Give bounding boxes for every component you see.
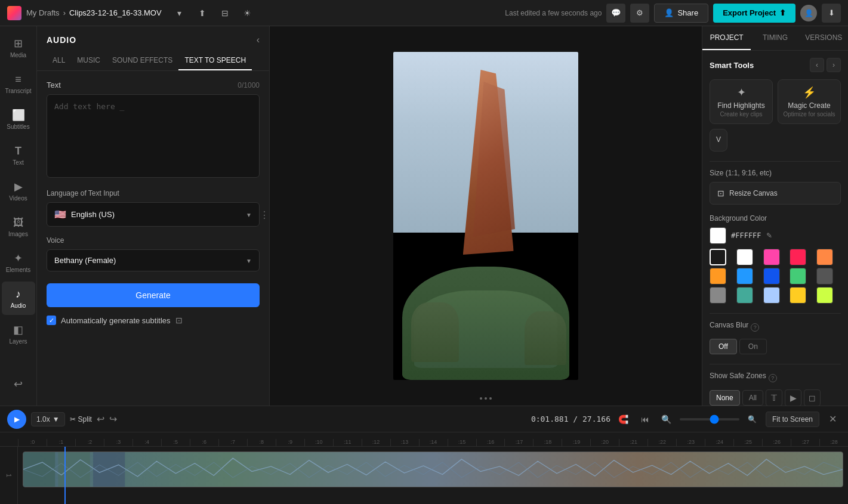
swatch-green-light[interactable] bbox=[790, 268, 806, 285]
breadcrumb-separator: › bbox=[63, 8, 66, 17]
magic-create-title: Magic Create bbox=[783, 101, 835, 110]
share-upload-icon[interactable]: ⬆ bbox=[194, 5, 211, 21]
smart-tools-prev-btn[interactable]: ‹ bbox=[810, 58, 824, 72]
magic-create-card[interactable]: ⚡ Magic Create Optimize for socials bbox=[778, 79, 841, 124]
swatch-yellow-green[interactable] bbox=[816, 287, 833, 304]
close-timeline-btn[interactable]: ✕ bbox=[824, 411, 841, 428]
text-field-label: Text bbox=[47, 81, 61, 89]
swatch-blue-pale[interactable] bbox=[763, 287, 780, 304]
sidebar-item-videos[interactable]: ▶ Videos bbox=[2, 174, 35, 208]
topbar: My Drafts › Clips23-12-16_16-33.MOV ▾ ⬆ … bbox=[0, 0, 848, 26]
safe-zone-all[interactable]: All bbox=[742, 390, 763, 406]
tab-all[interactable]: ALL bbox=[47, 51, 71, 70]
tab-versions[interactable]: VERSIONS bbox=[800, 26, 848, 50]
redo-button[interactable]: ↪ bbox=[109, 413, 117, 425]
swatch-orange[interactable] bbox=[710, 268, 726, 285]
sidebar-label-elements: Elements bbox=[6, 267, 31, 273]
swatch-blue-light[interactable] bbox=[736, 268, 753, 285]
swatch-dark-gray[interactable] bbox=[816, 268, 833, 285]
v-card[interactable]: V bbox=[710, 129, 727, 151]
language-value: English (US) bbox=[71, 210, 115, 219]
svg-rect-12 bbox=[58, 452, 90, 487]
swatch-teal[interactable] bbox=[736, 287, 753, 304]
find-highlights-card[interactable]: ✦ Find Highlights Create key clips bbox=[710, 79, 773, 124]
storyboard-icon[interactable]: ⊟ bbox=[217, 5, 233, 21]
language-options-menu[interactable]: ⋮ bbox=[260, 209, 269, 220]
smart-tools-next-btn[interactable]: › bbox=[827, 58, 841, 72]
zoom-slider[interactable] bbox=[680, 418, 739, 420]
brightness-icon[interactable]: ☀ bbox=[239, 5, 256, 21]
track-content[interactable] bbox=[18, 447, 848, 504]
sidebar-item-layers[interactable]: ◧ Layers bbox=[2, 317, 35, 351]
swatch-gray[interactable] bbox=[710, 287, 726, 304]
ruler-mark: :15 bbox=[448, 439, 476, 446]
color-edit-icon[interactable]: ✎ bbox=[766, 231, 772, 240]
split-button[interactable]: ✂ Split bbox=[70, 415, 92, 423]
swatch-yellow[interactable] bbox=[790, 287, 806, 304]
swatch-pink[interactable] bbox=[763, 249, 780, 265]
fit-screen-button[interactable]: Fit to Screen bbox=[766, 412, 819, 427]
sidebar-item-audio[interactable]: ♪ Audio bbox=[2, 282, 35, 315]
safe-zone-youtube-icon[interactable]: ▶ bbox=[785, 389, 801, 406]
breadcrumb: My Drafts › Clips23-12-16_16-33.MOV bbox=[26, 8, 162, 17]
tab-sound-effects[interactable]: SOUND EFFECTS bbox=[106, 51, 178, 70]
swatch-blue[interactable] bbox=[763, 268, 780, 285]
sidebar-item-text[interactable]: T Text bbox=[2, 138, 35, 172]
current-color-swatch[interactable] bbox=[710, 227, 726, 244]
play-button[interactable]: ▶ bbox=[7, 410, 26, 429]
sidebar-label-transcript: Transcript bbox=[5, 88, 31, 94]
swatch-orange-light[interactable] bbox=[816, 249, 833, 265]
safe-zone-tiktok-icon[interactable]: 𝕋 bbox=[766, 389, 782, 406]
color-swatches-grid bbox=[710, 249, 841, 304]
resize-canvas-button[interactable]: ⊡ Resize Canvas bbox=[710, 182, 841, 205]
generate-button[interactable]: Generate bbox=[47, 283, 260, 307]
sidebar-item-media[interactable]: ⊞ Media bbox=[2, 31, 35, 64]
topbar-icons: ▾ ⬆ ⊟ ☀ bbox=[171, 5, 256, 21]
skip-start-btn[interactable]: ⏮ bbox=[637, 411, 653, 428]
clip-strip[interactable] bbox=[23, 452, 843, 487]
sidebar-label-images: Images bbox=[8, 231, 28, 237]
settings-btn[interactable]: ⚙ bbox=[630, 4, 649, 23]
magnet-btn[interactable]: 🧲 bbox=[615, 411, 632, 428]
smart-tools-title: Smart Tools bbox=[710, 61, 754, 70]
sidebar-item-undo[interactable]: ↩ bbox=[2, 367, 35, 401]
zoom-in-btn[interactable]: 🔍 bbox=[744, 411, 761, 428]
sidebar-label-videos: Videos bbox=[9, 195, 27, 202]
speed-button[interactable]: 1.0x ▼ bbox=[31, 412, 65, 426]
timeline-tools: 🧲 ⏮ 🔍 🔍 Fit to Screen ✕ bbox=[615, 411, 841, 428]
panel-close-btn[interactable]: ‹ bbox=[257, 35, 260, 45]
undo-button[interactable]: ↩ bbox=[97, 413, 104, 425]
sidebar-item-images[interactable]: 🖼 Images bbox=[2, 210, 35, 243]
dropdown-icon[interactable]: ▾ bbox=[171, 5, 188, 21]
swatch-black[interactable] bbox=[710, 249, 726, 265]
download-btn[interactable]: ⬇ bbox=[822, 4, 841, 23]
ruler-marks: :0 :1 :2 :3 :4 :5 :6 :7 :8 :9 :10 :11 :1… bbox=[18, 439, 848, 446]
swatch-red[interactable] bbox=[790, 249, 806, 265]
zoom-out-btn[interactable]: 🔍 bbox=[658, 411, 675, 428]
breadcrumb-parent[interactable]: My Drafts bbox=[26, 8, 60, 17]
swatch-white[interactable] bbox=[736, 249, 753, 265]
tab-music[interactable]: MUSIC bbox=[71, 51, 106, 70]
auto-subtitle-checkbox[interactable]: ✓ bbox=[47, 316, 56, 325]
avatar[interactable]: 👤 bbox=[800, 5, 817, 21]
canvas-blur-help[interactable]: ? bbox=[751, 323, 759, 332]
blur-off-option[interactable]: Off bbox=[710, 339, 737, 354]
sidebar-item-elements[interactable]: ✦ Elements bbox=[2, 246, 35, 279]
share-button[interactable]: 👤 Share bbox=[654, 4, 708, 23]
language-select[interactable]: 🇺🇸 English (US) ▼ bbox=[47, 202, 260, 227]
blur-on-option[interactable]: On bbox=[739, 339, 767, 354]
tab-text-to-speech[interactable]: TEXT TO SPEECH bbox=[178, 51, 252, 70]
voice-select[interactable]: Bethany (Female) ▼ bbox=[47, 249, 260, 271]
ruler-mark: :27 bbox=[791, 439, 819, 446]
safe-zones-help[interactable]: ? bbox=[769, 374, 777, 382]
text-input[interactable] bbox=[47, 94, 260, 178]
safe-zone-none[interactable]: None bbox=[710, 390, 740, 406]
sidebar-item-subtitles[interactable]: ⬜ Subtitles bbox=[2, 103, 35, 136]
playhead[interactable] bbox=[64, 447, 66, 504]
tab-project[interactable]: PROJECT bbox=[702, 26, 751, 50]
tab-timing[interactable]: TIMING bbox=[751, 26, 799, 50]
sidebar-item-transcript[interactable]: ≡ Transcript bbox=[2, 67, 35, 100]
export-button[interactable]: Export Project ⬆ bbox=[713, 4, 795, 23]
comment-btn[interactable]: 💬 bbox=[606, 4, 625, 23]
safe-zone-instagram-icon[interactable]: ◻ bbox=[804, 389, 821, 406]
